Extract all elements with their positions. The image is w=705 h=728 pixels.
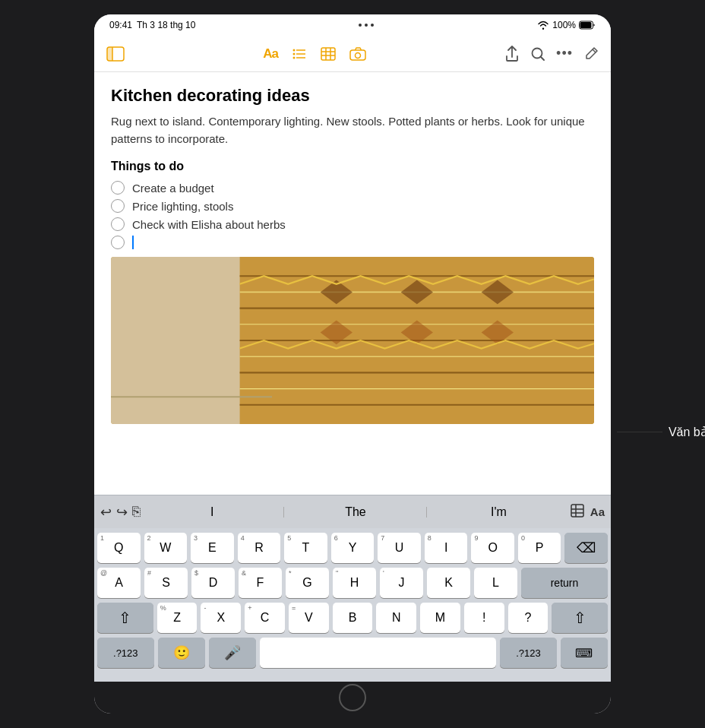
callout-annotation: Văn bản dự đoán bbox=[617, 425, 705, 439]
predictive-format-icon[interactable]: Aa bbox=[590, 505, 605, 518]
format-camera-button[interactable] bbox=[349, 47, 366, 61]
camera-icon bbox=[349, 47, 366, 61]
checkbox-3[interactable] bbox=[111, 217, 125, 231]
home-bar bbox=[94, 682, 611, 714]
undo-button[interactable]: ↩ bbox=[100, 504, 112, 521]
redo-button[interactable]: ↪ bbox=[116, 504, 128, 521]
key-v[interactable]: =V bbox=[289, 603, 329, 633]
key-mic[interactable]: 🎤 bbox=[209, 638, 256, 668]
share-button[interactable] bbox=[504, 46, 520, 62]
note-body: Rug next to island. Contemporary lightin… bbox=[111, 113, 594, 147]
search-icon bbox=[530, 46, 545, 62]
toolbar-right: ••• bbox=[504, 46, 599, 62]
status-time: 09:41 bbox=[109, 20, 132, 30]
key-nums2[interactable]: .?123 bbox=[500, 638, 557, 668]
checklist-item-3: Check with Elisha about herbs bbox=[111, 217, 594, 231]
key-m[interactable]: M bbox=[420, 603, 460, 633]
key-t[interactable]: 5T bbox=[284, 533, 327, 563]
predictive-left: ↩ ↪ ⎘ bbox=[100, 504, 141, 521]
key-shift-right[interactable]: ⇧ bbox=[552, 603, 608, 633]
checklist: Create a budget Price lighting, stools C… bbox=[111, 181, 594, 249]
key-return[interactable]: return bbox=[521, 568, 608, 598]
toolbar: Aa bbox=[94, 36, 611, 72]
key-l[interactable]: L bbox=[474, 568, 517, 598]
svg-line-19 bbox=[541, 56, 545, 60]
svg-rect-1 bbox=[580, 22, 592, 28]
svg-point-9 bbox=[292, 56, 295, 59]
checkbox-1[interactable] bbox=[111, 181, 125, 195]
status-dot2 bbox=[365, 24, 368, 27]
share-icon bbox=[504, 46, 520, 62]
search-button[interactable] bbox=[530, 46, 545, 62]
checklist-label-3: Check with Elisha about herbs bbox=[132, 218, 286, 231]
checkbox-2[interactable] bbox=[111, 199, 125, 213]
status-bar-left: 09:41 Th 3 18 thg 10 bbox=[109, 20, 195, 30]
key-shift-left[interactable]: ⇧ bbox=[97, 603, 153, 633]
key-h[interactable]: "H bbox=[333, 568, 376, 598]
svg-rect-3 bbox=[107, 47, 112, 61]
key-q[interactable]: 1Q bbox=[97, 533, 141, 563]
wifi-icon bbox=[537, 21, 549, 30]
key-f[interactable]: &F bbox=[239, 568, 282, 598]
section-heading: Things to do bbox=[111, 160, 594, 173]
key-space[interactable] bbox=[260, 638, 496, 668]
key-w[interactable]: 2W bbox=[144, 533, 188, 563]
key-exclaim[interactable]: ! bbox=[464, 603, 504, 633]
key-s[interactable]: #S bbox=[144, 568, 188, 598]
key-u[interactable]: 7U bbox=[378, 533, 421, 563]
key-x[interactable]: -X bbox=[201, 603, 241, 633]
key-keyboard[interactable]: ⌨ bbox=[561, 638, 608, 668]
compose-icon bbox=[583, 46, 599, 62]
predictive-table-icon[interactable] bbox=[571, 504, 584, 521]
key-r[interactable]: 4R bbox=[238, 533, 281, 563]
key-backspace[interactable]: ⌫ bbox=[564, 533, 608, 563]
predictive-word-2[interactable]: The bbox=[284, 501, 428, 524]
predictive-bar: ↩ ↪ ⎘ I The I'm bbox=[94, 495, 611, 528]
key-i[interactable]: 8I bbox=[425, 533, 468, 563]
status-date: Th 3 18 thg 10 bbox=[137, 20, 195, 30]
paste-button[interactable]: ⎘ bbox=[132, 504, 141, 520]
key-a[interactable]: @A bbox=[97, 568, 141, 598]
callout-line bbox=[617, 432, 662, 432]
key-j[interactable]: 'J bbox=[380, 568, 423, 598]
predictive-words: I The I'm bbox=[141, 501, 571, 524]
predictive-word-3[interactable]: I'm bbox=[427, 501, 571, 524]
status-dot3 bbox=[371, 24, 374, 27]
toolbar-center: Aa bbox=[263, 46, 366, 62]
key-z[interactable]: %Z bbox=[157, 603, 198, 633]
predictive-word-1[interactable]: I bbox=[141, 501, 284, 524]
svg-rect-39 bbox=[571, 505, 583, 517]
pred-table-svg bbox=[571, 504, 584, 518]
key-e[interactable]: 3E bbox=[191, 533, 234, 563]
battery-pct: 100% bbox=[552, 20, 576, 30]
key-b[interactable]: B bbox=[333, 603, 373, 633]
more-button[interactable]: ••• bbox=[556, 46, 573, 62]
key-p[interactable]: 0P bbox=[518, 533, 561, 563]
home-button[interactable] bbox=[339, 684, 366, 711]
key-d[interactable]: $D bbox=[191, 568, 235, 598]
format-aa-button[interactable]: Aa bbox=[263, 46, 278, 62]
battery-icon bbox=[579, 21, 596, 30]
key-g[interactable]: *G bbox=[286, 568, 329, 598]
status-dot1 bbox=[359, 24, 362, 27]
key-nums[interactable]: .?123 bbox=[97, 638, 154, 668]
checklist-item-1: Create a budget bbox=[111, 181, 594, 195]
key-o[interactable]: 9O bbox=[471, 533, 514, 563]
key-k[interactable]: K bbox=[427, 568, 470, 598]
key-question[interactable]: ? bbox=[508, 603, 549, 633]
sidebar-toggle-icon[interactable] bbox=[106, 46, 125, 62]
checklist-label-1: Create a budget bbox=[132, 182, 214, 195]
sidebar-icon-svg bbox=[106, 46, 125, 62]
format-table-button[interactable] bbox=[321, 47, 336, 61]
compose-button[interactable] bbox=[583, 46, 599, 62]
key-n[interactable]: N bbox=[376, 603, 416, 633]
key-emoji[interactable]: 🙂 bbox=[158, 638, 205, 668]
carpet-pattern-svg bbox=[111, 257, 594, 424]
key-row-2: @A #S $D &F *G "H 'J K L return bbox=[97, 568, 608, 598]
key-row-3: ⇧ %Z -X +C =V B N M ! ? ⇧ bbox=[97, 603, 608, 633]
note-title: Kitchen decorating ideas bbox=[111, 86, 594, 106]
key-c[interactable]: +C bbox=[245, 603, 285, 633]
key-y[interactable]: 6Y bbox=[331, 533, 375, 563]
checkbox-4[interactable] bbox=[111, 236, 125, 249]
format-list-button[interactable] bbox=[292, 47, 307, 61]
